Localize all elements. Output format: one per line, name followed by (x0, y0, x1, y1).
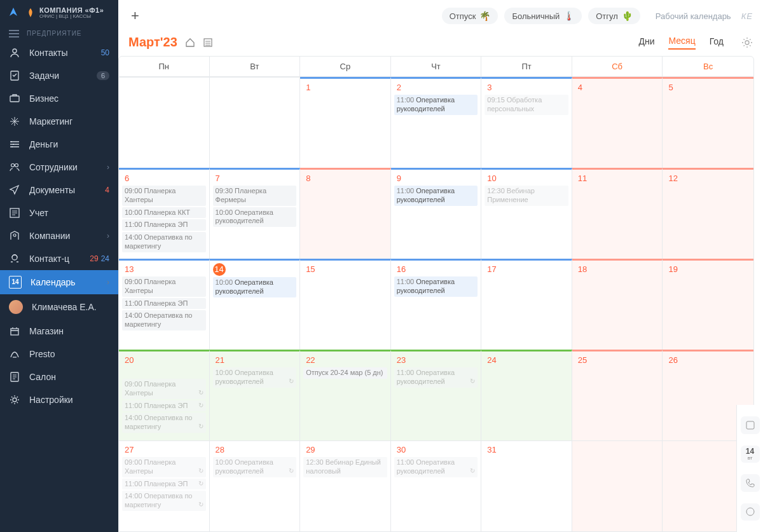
calendar-cell[interactable]: 12 (663, 168, 753, 259)
rail-note-icon[interactable] (741, 416, 760, 434)
calendar-event[interactable]: 11:00Оперативка руководителей (394, 276, 478, 297)
calendar-cell[interactable]: 17 (481, 259, 572, 350)
calendar-event[interactable]: 09:00Планерка Хантеры↻ (122, 457, 206, 477)
calendar-event[interactable]: 10:00Планерка ККТ (122, 207, 206, 219)
calendar-event[interactable]: 11:00Оперативка руководителей↻ (394, 457, 478, 477)
sidebar-item-12[interactable]: Магазин (0, 320, 118, 343)
calendar-event[interactable]: 11:00Оперативка руководителей↻ (394, 367, 478, 388)
view-tab-month[interactable]: Месяц (668, 36, 695, 50)
calendar-cell[interactable] (210, 77, 301, 168)
vacation-label[interactable]: Отпуск 20-24 мар (5 дн) (303, 367, 387, 379)
home-icon[interactable] (185, 38, 195, 48)
calendar-cell[interactable]: 211:00Оперативка руководителей (391, 77, 482, 168)
calendar-cell[interactable]: 1309:00Планерка Хантеры11:00Планерка ЭП1… (119, 259, 210, 350)
calendar-cell[interactable] (572, 440, 663, 531)
calendar-event[interactable]: 09:00Планерка Хантеры (122, 186, 206, 206)
calendar-cell[interactable]: 609:00Планерка Хантеры10:00Планерка ККТ1… (119, 168, 210, 259)
calendar-cell[interactable]: 19 (663, 259, 753, 350)
calendar-event[interactable]: 10:00Оперативка руководителей↻ (213, 367, 297, 388)
calendar-cell[interactable]: 2709:00Планерка Хантеры↻11:00Планерка ЭП… (119, 440, 210, 531)
day-number: 21 (213, 354, 227, 366)
calendar-cell[interactable]: 911:00Оперативка руководителей (391, 168, 482, 259)
calendar-cell[interactable]: 1410:00Оперативка руководителей (210, 259, 301, 350)
sidebar-item-7[interactable]: Учет (0, 201, 118, 224)
calendar-cell[interactable]: 5 (663, 77, 753, 168)
add-button[interactable]: + (128, 5, 142, 27)
ke-label[interactable]: КЕ (741, 11, 753, 21)
settings-icon[interactable] (741, 37, 753, 48)
calendar-cell[interactable]: 8 (300, 168, 391, 259)
calendar-event[interactable]: 11:00Планерка ЭП (122, 219, 206, 231)
sidebar-item-3[interactable]: Маркетинг (0, 110, 118, 133)
sidebar-item-10[interactable]: 14Календарь› (0, 270, 118, 294)
calendar-event[interactable]: 09:15Обработка персональных (485, 95, 568, 115)
calendar-cell[interactable] (119, 77, 210, 168)
right-rail: 14 вт (736, 405, 763, 532)
chip-1[interactable]: Больничный🌡️ (504, 8, 582, 24)
calendar-cell[interactable]: 3011:00Оперативка руководителей↻ (391, 440, 482, 531)
calendar-cell[interactable]: 15 (300, 259, 391, 350)
chip-2[interactable]: Отгул🌵 (588, 8, 640, 24)
sidebar-item-1[interactable]: Задачи6 (0, 64, 118, 87)
calendar-cell[interactable]: 1 (300, 77, 391, 168)
list-icon[interactable] (203, 38, 213, 48)
calendar-cell[interactable]: 309:15Обработка персональных (481, 77, 572, 168)
calendar-event[interactable]: 09:00Планерка Хантеры (122, 276, 206, 297)
calendar-cell[interactable]: 18 (572, 259, 663, 350)
sidebar-item-8[interactable]: Компании› (0, 224, 118, 247)
app-logo-icon[interactable] (8, 7, 19, 18)
calendar-cell[interactable]: 1611:00Оперативка руководителей (391, 259, 482, 350)
calendar-event[interactable]: 11:00Оперативка руководителей (394, 95, 478, 115)
calendar-cell[interactable]: 2311:00Оперативка руководителей↻ (391, 350, 482, 440)
calendar-event[interactable]: 12:30Вебинар Единый налоговый (303, 457, 387, 477)
calendar-cell[interactable]: 24 (481, 350, 572, 440)
calendar-cell[interactable]: 709:30Планерка Фермеры10:00Оперативка ру… (210, 168, 301, 259)
calendar-cell[interactable]: 2110:00Оперативка руководителей↻ (210, 350, 301, 440)
sidebar-item-13[interactable]: Presto (0, 343, 118, 365)
calendar-cell[interactable]: 22Отпуск 20-24 мар (5 дн) (300, 350, 391, 440)
sidebar-item-2[interactable]: Бизнес (0, 87, 118, 110)
sidebar-item-5[interactable]: Сотрудники› (0, 156, 118, 179)
calendar-event[interactable]: 14:00Оперативка по маркетингу (122, 232, 206, 252)
calendar-event[interactable]: 09:00Планерка Хантеры↻ (122, 379, 206, 399)
calendar-event[interactable]: 10:00Оперативка руководителей (213, 207, 297, 228)
calendar-cell[interactable]: 25 (572, 350, 663, 440)
calendar-event[interactable]: 12:30Вебинар Применение (485, 186, 568, 206)
chip-0[interactable]: Отпуск🌴 (442, 8, 498, 24)
calendar-event[interactable]: 14:00Оперативка по маркетингу (122, 310, 206, 331)
work-calendar-link[interactable]: Рабочий календарь (656, 11, 731, 21)
hamburger-icon[interactable] (9, 30, 19, 38)
rail-phone-icon[interactable] (741, 474, 760, 492)
calendar-cell[interactable]: 4 (572, 77, 663, 168)
calendar-event[interactable]: 11:00Планерка ЭП↻ (122, 479, 206, 490)
calendar-event[interactable]: 10:00Оперативка руководителей (213, 277, 297, 297)
calendar-cell[interactable]: 31 (481, 440, 572, 531)
calendar-cell[interactable]: 2912:30Вебинар Единый налоговый (300, 440, 391, 531)
company-logo[interactable]: КОМПАНИЯ «Ф1» ОФИС | ВЦ1 | КАССЫ (25, 6, 104, 20)
sidebar-item-11[interactable]: Климачева Е.А. (0, 294, 118, 320)
calendar-event[interactable]: 11:00Оперативка руководителей (394, 186, 478, 206)
rail-today[interactable]: 14 вт (741, 446, 760, 463)
rail-chat-icon[interactable] (741, 503, 760, 521)
calendar-event[interactable]: 10:00Оперативка руководителей↻ (213, 457, 297, 477)
calendar-event[interactable]: 11:00Планерка ЭП↻ (122, 400, 206, 412)
view-tab-day[interactable]: Дни (638, 36, 654, 49)
calendar-event[interactable]: 11:00Планерка ЭП (122, 298, 206, 310)
sidebar-icon (9, 161, 20, 173)
chip-emoji-icon: 🌴 (479, 11, 490, 21)
sidebar-item-6[interactable]: Документы4 (0, 179, 118, 201)
calendar-cell[interactable]: 2810:00Оперативка руководителей↻ (210, 440, 301, 531)
sidebar-item-4[interactable]: Деньги (0, 133, 118, 156)
sidebar-item-9[interactable]: Контакт-ц2924 (0, 247, 118, 270)
calendar-event[interactable]: 14:00Оперативка по маркетингу↻ (122, 413, 206, 433)
sidebar-icon (9, 139, 20, 150)
calendar-cell[interactable]: 2009:00Планерка Хантеры↻11:00Планерка ЭП… (119, 350, 210, 440)
calendar-cell[interactable]: 1012:30Вебинар Применение (481, 168, 572, 259)
sidebar-item-0[interactable]: Контакты50 (0, 41, 118, 64)
sidebar-item-14[interactable]: Салон (0, 365, 118, 388)
view-tab-year[interactable]: Год (710, 36, 724, 49)
sidebar-item-15[interactable]: Настройки (0, 388, 118, 411)
calendar-event[interactable]: 09:30Планерка Фермеры (213, 186, 297, 206)
calendar-cell[interactable]: 11 (572, 168, 663, 259)
calendar-event[interactable]: 14:00Оперативка по маркетингу↻ (122, 491, 206, 511)
